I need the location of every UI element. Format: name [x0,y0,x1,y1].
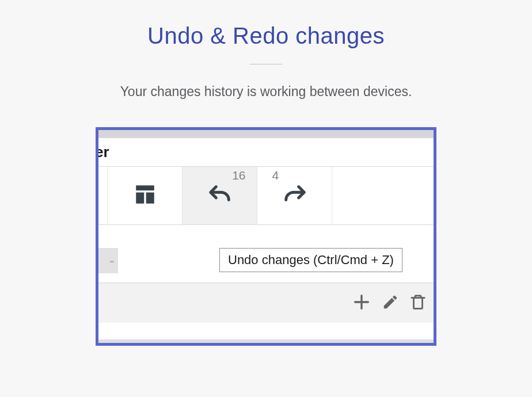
svg-rect-2 [146,193,154,204]
layout-button[interactable] [108,167,183,224]
redo-count-badge: 4 [272,169,279,182]
side-chip[interactable]: - [98,248,118,273]
bottom-bar [98,339,434,343]
add-button[interactable] [352,292,371,314]
page-title: Undo & Redo changes [147,23,385,49]
divider [250,64,282,64]
app-header: er [98,138,434,167]
redo-icon [282,181,308,210]
window-titlebar [98,130,434,138]
delete-button[interactable] [409,293,427,313]
minus-icon: - [109,251,115,270]
svg-rect-1 [136,193,144,204]
undo-count-badge: 16 [232,169,245,182]
toolbar: 16 4 [98,167,434,225]
content-area: - Undo changes (Ctrl/Cmd + Z) [98,225,434,283]
pencil-icon [382,293,399,313]
undo-button[interactable]: 16 [183,167,257,224]
plus-icon [352,292,371,314]
trash-icon [409,293,427,313]
app-header-text-fragment: er [96,143,109,161]
app-frame: er [96,127,436,346]
svg-rect-0 [136,185,154,190]
undo-tooltip: Undo changes (Ctrl/Cmd + Z) [219,248,402,272]
page-subtitle: Your changes history is working between … [120,84,412,100]
toolbar-spacer [98,167,108,224]
undo-icon [207,181,233,210]
redo-button[interactable]: 4 [257,167,332,224]
layout-icon [133,182,157,209]
bottom-toolbar [98,283,434,323]
edit-button[interactable] [382,293,399,313]
